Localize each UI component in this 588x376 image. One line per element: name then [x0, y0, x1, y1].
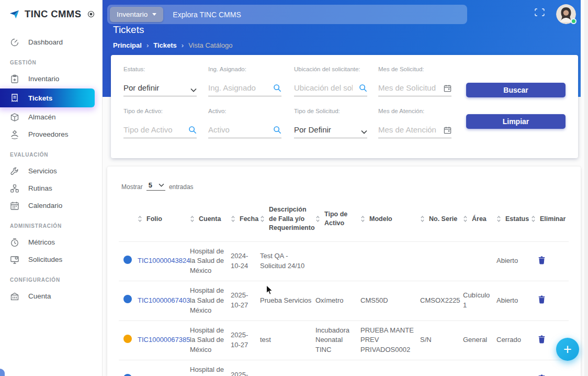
- tipo-activo-input[interactable]: [123, 125, 182, 134]
- search-icon[interactable]: [359, 84, 367, 92]
- presence-status-dot: [571, 18, 576, 24]
- filter-tipo-solicitud: Tipo de Solicitud: Por Definir: [294, 108, 367, 138]
- sidebar-item-servicios[interactable]: Servicios: [0, 162, 102, 180]
- cell-modelo: [360, 241, 420, 281]
- sidebar: TINC CMMS Dashboard GESTIÓN Inventario T…: [0, 0, 103, 376]
- table-header-row: Folio Cuenta Fecha Descripción de Falla …: [119, 198, 569, 241]
- sidebar-item-label: Calendario: [28, 202, 62, 209]
- trash-icon: [538, 335, 545, 344]
- add-ticket-fab[interactable]: +: [556, 338, 579, 361]
- sort-icon[interactable]: [496, 215, 501, 223]
- search-icon[interactable]: [273, 84, 281, 92]
- cell-cuenta: Hospital de la Salud de México: [190, 281, 231, 321]
- ing-asignado-input[interactable]: [208, 83, 267, 92]
- chevron-down-icon: [190, 88, 197, 92]
- breadcrumb-separator: ›: [146, 41, 149, 49]
- sort-icon[interactable]: [360, 215, 365, 223]
- buscar-button[interactable]: Buscar: [466, 83, 566, 97]
- sidebar-item-label: Inventario: [28, 75, 59, 83]
- sidebar-item-label: Almacén: [28, 113, 56, 121]
- entries-per-page-select[interactable]: 5: [146, 181, 165, 191]
- column-header-descripcion: Descripción de Falla y/o Requerimiento: [260, 198, 315, 241]
- calendar-icon[interactable]: [444, 84, 451, 92]
- delete-button[interactable]: [537, 373, 546, 376]
- column-header-fecha: Fecha: [231, 198, 260, 241]
- filter-ubicacion: Ubicación del solicitante:: [294, 66, 367, 96]
- sort-icon[interactable]: [138, 215, 142, 223]
- folio-link[interactable]: TIC10000067385: [138, 336, 190, 344]
- sidebar-item-dashboard[interactable]: Dashboard: [0, 34, 102, 51]
- column-header-no-serie: No. Serie: [420, 198, 463, 241]
- avatar[interactable]: [556, 4, 576, 24]
- sidebar-item-rutinas[interactable]: Rutinas: [0, 180, 102, 197]
- sort-icon[interactable]: [463, 215, 468, 223]
- fullscreen-icon[interactable]: [535, 8, 545, 16]
- cell-estatus: Abierto: [496, 241, 531, 281]
- activo-input[interactable]: [208, 125, 267, 134]
- folio-link[interactable]: TIC10000043824: [138, 257, 190, 264]
- sort-icon[interactable]: [260, 215, 265, 223]
- sidebar-item-almacen[interactable]: Almacén: [0, 108, 102, 126]
- search-scope-dropdown[interactable]: Inventario: [110, 7, 163, 22]
- sidebar-item-inventario[interactable]: Inventario: [0, 70, 102, 87]
- sidebar-item-label: Servicios: [28, 167, 57, 175]
- cell-estatus: Cerrado: [496, 360, 531, 376]
- filter-mes-solicitud: Mes de Solicitud:: [378, 66, 451, 96]
- sort-icon[interactable]: [190, 215, 195, 223]
- breadcrumb: Principal › Tickets › Vista Catálogo: [113, 41, 233, 49]
- delete-button[interactable]: [537, 255, 546, 266]
- estatus-select-value: Por definir: [123, 83, 159, 92]
- search-icon[interactable]: [273, 126, 281, 134]
- routines-cubes-icon: [10, 184, 19, 193]
- delete-button[interactable]: [537, 334, 546, 345]
- breadcrumb-principal[interactable]: Principal: [113, 41, 142, 49]
- collapse-toggle-icon[interactable]: [87, 10, 95, 18]
- global-search-input[interactable]: [173, 10, 398, 19]
- estatus-select[interactable]: Por definir: [123, 82, 197, 96]
- tipo-solicitud-select-value: Por Definir: [294, 125, 331, 134]
- app-title: TINC CMMS: [25, 8, 81, 20]
- requests-monitor-icon: [10, 255, 19, 264]
- sort-icon[interactable]: [231, 215, 235, 223]
- filter-label: Ing. Asignado:: [208, 66, 281, 72]
- delete-button[interactable]: [537, 294, 546, 305]
- folio-link[interactable]: TIC10000067403: [138, 296, 190, 304]
- sort-icon[interactable]: [315, 215, 320, 223]
- chevron-down-icon: [152, 13, 156, 16]
- sidebar-item-calendario[interactable]: Calendario: [0, 197, 102, 214]
- calendar-icon[interactable]: [444, 126, 451, 134]
- filter-label: Tipo de Solicitud:: [294, 108, 367, 114]
- sidebar-item-metricos[interactable]: Métricos: [0, 234, 102, 251]
- tipo-solicitud-select[interactable]: Por Definir: [294, 124, 367, 138]
- ubicacion-input[interactable]: [294, 83, 353, 92]
- table-row: TIC10000043824 Hospital de la Salud de M…: [119, 241, 569, 281]
- limpiar-button[interactable]: Limpiar: [466, 114, 566, 129]
- chevron-down-icon: [159, 183, 164, 187]
- cell-no-serie: [420, 360, 463, 376]
- breadcrumb-tickets[interactable]: Tickets: [153, 41, 177, 49]
- status-dot: [123, 374, 132, 376]
- sort-icon[interactable]: [531, 215, 536, 223]
- sidebar-item-label: Tickets: [28, 94, 52, 102]
- entries-control: Mostrar 5 entradas: [107, 167, 581, 191]
- tickets-table: Folio Cuenta Fecha Descripción de Falla …: [119, 198, 569, 376]
- sidebar-item-tickets[interactable]: Tickets: [0, 89, 95, 107]
- sidebar-item-label: Solicitudes: [28, 256, 62, 263]
- cell-fecha: 2025-08-14: [231, 360, 260, 376]
- sort-icon[interactable]: [420, 215, 425, 223]
- trash-icon: [538, 295, 545, 304]
- column-label: Folio: [146, 215, 162, 224]
- mes-atencion-input[interactable]: [378, 125, 437, 134]
- sidebar-item-proveedores[interactable]: Proveedores: [0, 126, 102, 143]
- page-scrollbar[interactable]: [584, 0, 588, 376]
- cell-area: [463, 360, 496, 376]
- cell-cuenta: Hospital de la Salud de México: [190, 320, 231, 360]
- sidebar-item-cuenta[interactable]: Cuenta: [0, 287, 102, 305]
- cell-cuenta: Hospital de la Salud de México: [190, 360, 231, 376]
- sidebar-item-solicitudes[interactable]: Solicitudes: [0, 251, 102, 268]
- search-icon[interactable]: [188, 126, 197, 134]
- mes-solicitud-input[interactable]: [378, 83, 437, 92]
- show-label: Mostrar: [121, 183, 143, 191]
- table-row: TIC10000061649 Hospital de la Salud de M…: [119, 360, 569, 376]
- column-label: Estatus: [505, 215, 529, 224]
